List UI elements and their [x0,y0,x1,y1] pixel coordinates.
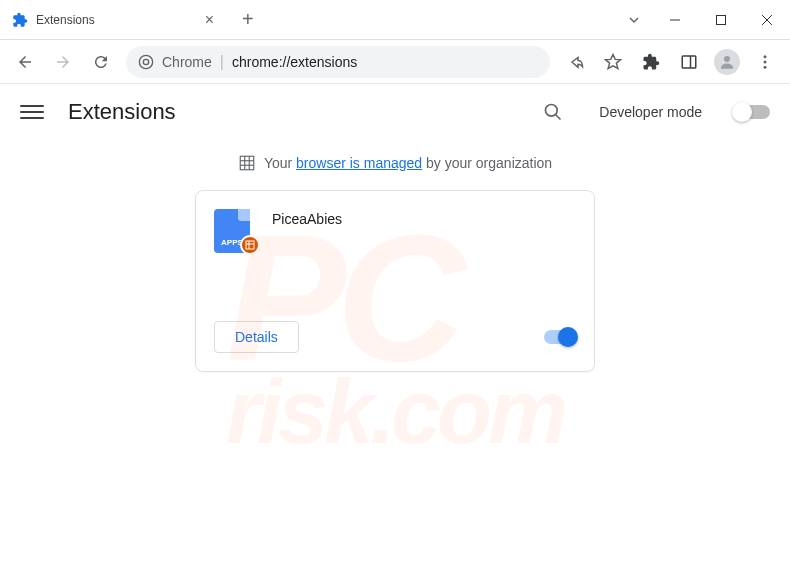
svg-point-8 [724,56,730,62]
watermark-line2: risk.com [226,361,564,464]
svg-point-9 [764,55,767,58]
window-titlebar: Extensions × + [0,0,790,40]
kebab-menu-icon[interactable] [748,45,782,79]
new-tab-button[interactable]: + [230,0,266,39]
maximize-button[interactable] [698,0,744,40]
url-divider: | [220,53,224,71]
page-title: Extensions [68,99,176,125]
managed-link[interactable]: browser is managed [296,155,422,171]
developer-mode-toggle[interactable] [734,105,770,119]
svg-rect-6 [682,56,696,68]
browser-tab[interactable]: Extensions × [0,0,230,39]
svg-rect-14 [240,156,254,170]
url-text: chrome://extensions [232,54,538,70]
svg-rect-19 [246,241,254,249]
svg-point-5 [143,59,148,64]
close-tab-icon[interactable]: × [201,11,218,29]
managed-prefix: Your [264,155,296,171]
managed-suffix: by your organization [422,155,552,171]
minimize-button[interactable] [652,0,698,40]
svg-point-11 [764,65,767,68]
chevron-down-icon[interactable] [616,0,652,39]
tab-title: Extensions [36,13,201,27]
extension-name: PiceaAbies [272,211,342,309]
developer-mode-label: Developer mode [599,104,702,120]
address-bar[interactable]: Chrome | chrome://extensions [126,46,550,78]
bookmark-star-icon[interactable] [596,45,630,79]
extension-badge-icon [240,235,260,255]
extensions-header: Extensions Developer mode [0,84,790,140]
close-window-button[interactable] [744,0,790,40]
svg-rect-1 [717,15,726,24]
managed-text: Your browser is managed by your organiza… [264,155,552,171]
search-icon[interactable] [543,102,563,122]
svg-point-10 [764,60,767,63]
svg-line-13 [556,115,561,120]
extensions-puzzle-icon[interactable] [634,45,668,79]
forward-button[interactable] [46,45,80,79]
extension-enable-toggle[interactable] [544,330,576,344]
url-scheme-label: Chrome [162,54,212,70]
share-icon[interactable] [558,45,592,79]
window-controls [652,0,790,39]
chrome-icon [138,54,154,70]
details-button[interactable]: Details [214,321,299,353]
extension-icon: APPS [214,209,254,249]
svg-point-4 [139,55,152,68]
back-button[interactable] [8,45,42,79]
managed-banner: Your browser is managed by your organiza… [0,140,790,190]
side-panel-icon[interactable] [672,45,706,79]
hamburger-menu-icon[interactable] [20,100,44,124]
extension-card: APPS PiceaAbies Details [195,190,595,372]
reload-button[interactable] [84,45,118,79]
svg-point-12 [546,105,558,117]
organization-icon [238,154,256,172]
browser-toolbar: Chrome | chrome://extensions [0,40,790,84]
puzzle-icon [12,12,28,28]
profile-avatar[interactable] [710,45,744,79]
